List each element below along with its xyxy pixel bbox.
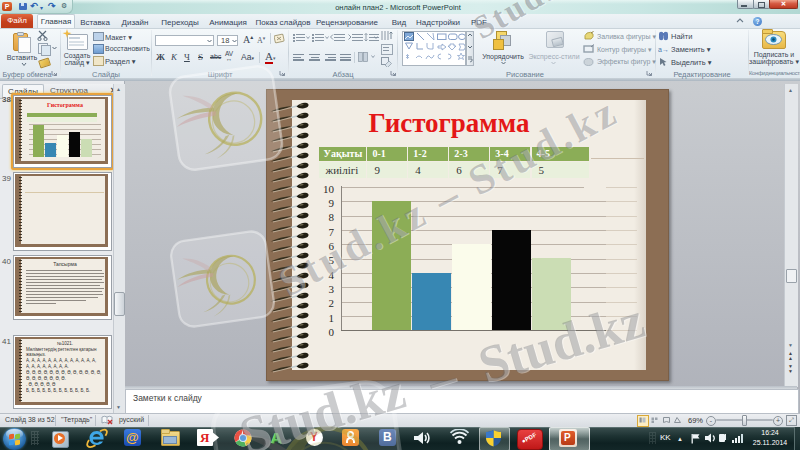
svg-text:a→b: a→b: [658, 46, 669, 53]
